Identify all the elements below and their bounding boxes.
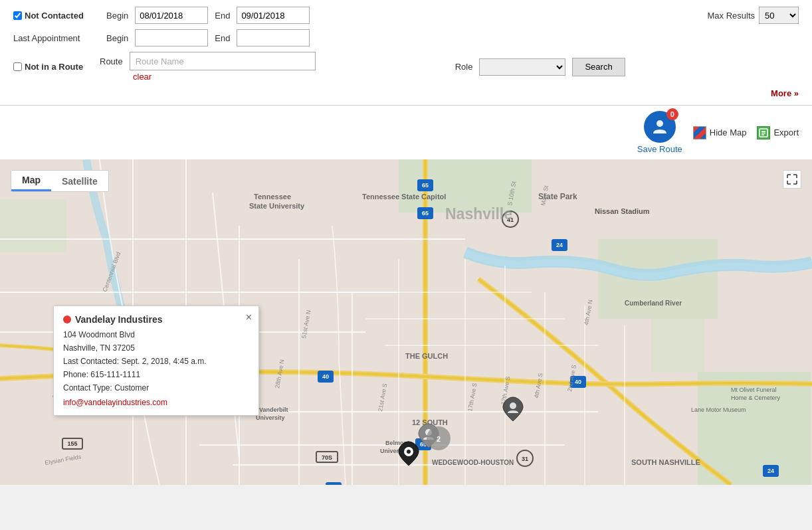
address-line-2: Nashville, TN 37205: [63, 342, 237, 354]
export-label: Export: [773, 128, 799, 137]
svg-text:THE GULCH: THE GULCH: [405, 352, 448, 360]
svg-text:155: 155: [67, 440, 77, 447]
svg-text:31: 31: [522, 456, 528, 462]
role-select[interactable]: [479, 58, 565, 76]
map-button[interactable]: Map: [11, 171, 51, 191]
svg-text:Nissan Stadium: Nissan Stadium: [595, 207, 650, 215]
end-label-1: End: [215, 11, 230, 21]
map-type-control: Map Satellite: [11, 170, 109, 192]
filter-row-3: Not in a Route Route clear Role Search: [13, 52, 799, 82]
svg-text:24: 24: [556, 242, 563, 248]
info-popup-close[interactable]: ×: [246, 311, 252, 323]
save-route-label: Save Route: [637, 144, 682, 154]
top-panel: Not Contacted Begin End Max Results 10 2…: [0, 0, 812, 106]
email-link[interactable]: info@vandelayindustries.com: [63, 398, 237, 407]
svg-text:Vanderbilt: Vanderbilt: [259, 406, 288, 413]
route-label: Route: [100, 56, 123, 66]
svg-text:Cumberland River: Cumberland River: [625, 300, 682, 307]
svg-text:40: 40: [322, 373, 329, 380]
address-line-1: 104 Woodmont Blvd: [63, 329, 237, 341]
last-contacted: Last Contacted: Sept. 2, 2018, 4:45 a.m.: [63, 355, 237, 367]
svg-text:Mt Olivet Funeral: Mt Olivet Funeral: [731, 387, 777, 393]
svg-text:WEDGEWOOD-HOUSTON: WEDGEWOOD-HOUSTON: [432, 459, 514, 466]
svg-text:SOUTH NASHVILLE: SOUTH NASHVILLE: [631, 458, 700, 466]
filter-row-1: Not Contacted Begin End Max Results 10 2…: [13, 7, 799, 24]
svg-text:Tennessee: Tennessee: [254, 193, 291, 201]
more-link[interactable]: More »: [771, 88, 799, 98]
last-appt-begin-input[interactable]: [135, 29, 208, 46]
not-in-route-checkbox[interactable]: [13, 62, 22, 71]
route-row: Route: [100, 52, 316, 70]
not-contacted-label[interactable]: Not Contacted: [13, 11, 100, 21]
map-toolbar: 0 Save Route Hide Map Export: [0, 106, 812, 159]
contact-type: Contact Type: Customer: [63, 382, 237, 394]
hide-map-label: Hide Map: [710, 128, 747, 137]
svg-text:Tennessee State Capitol: Tennessee State Capitol: [362, 193, 446, 201]
end-date-input[interactable]: [237, 7, 310, 24]
svg-text:65: 65: [422, 182, 429, 189]
svg-rect-11: [651, 319, 704, 372]
svg-text:70S: 70S: [322, 454, 332, 461]
hide-map-button[interactable]: Hide Map: [693, 126, 747, 139]
svg-point-97: [407, 450, 411, 454]
last-appt-end-input[interactable]: [237, 29, 310, 46]
svg-text:65: 65: [422, 210, 429, 217]
svg-text:2: 2: [437, 435, 441, 443]
max-results-label: Max Results: [707, 11, 755, 21]
company-name: Vandelay Industires: [75, 314, 163, 325]
info-popup-title: Vandelay Industires: [63, 314, 237, 325]
clear-link[interactable]: clear: [133, 72, 152, 82]
svg-text:State University: State University: [249, 202, 305, 210]
export-icon: [757, 126, 770, 139]
export-button[interactable]: Export: [757, 126, 799, 139]
svg-point-105: [510, 402, 516, 409]
map-icon: [693, 126, 706, 139]
expand-control[interactable]: [783, 170, 801, 189]
more-link-row: More »: [13, 87, 799, 101]
begin-label-1: Begin: [106, 11, 128, 21]
begin-label-2: Begin: [106, 33, 128, 43]
not-in-route-label[interactable]: Not in a Route: [13, 62, 93, 72]
not-contacted-checkbox[interactable]: [13, 11, 22, 20]
expand-icon: [787, 174, 797, 185]
svg-text:Nashville: Nashville: [445, 205, 512, 222]
svg-rect-10: [0, 199, 66, 252]
satellite-button[interactable]: Satellite: [51, 171, 108, 191]
end-label-2: End: [215, 33, 230, 43]
route-section: Route clear: [100, 52, 316, 82]
svg-text:24: 24: [767, 468, 774, 474]
map-background: 65 65 65 40 40 40 24 24 70 41: [0, 159, 812, 485]
last-appointment-label: Last Appointment: [13, 33, 100, 43]
info-popup: × Vandelay Industires 104 Woodmont Blvd …: [53, 306, 259, 416]
info-dot: [63, 315, 71, 323]
search-button[interactable]: Search: [572, 58, 625, 76]
save-route-button[interactable]: 0 Save Route: [637, 111, 682, 154]
svg-text:40: 40: [575, 379, 581, 385]
svg-text:University: University: [256, 414, 285, 421]
max-results-select[interactable]: 10 25 50 100 200: [759, 7, 799, 24]
svg-text:Home & Cemetery: Home & Cemetery: [731, 395, 781, 401]
map-container[interactable]: 65 65 65 40 40 40 24 24 70 41: [0, 159, 812, 485]
role-label: Role: [455, 62, 473, 72]
svg-point-0: [657, 120, 663, 127]
svg-text:Lane Motor Museum: Lane Motor Museum: [691, 406, 746, 413]
route-name-input[interactable]: [130, 52, 316, 70]
begin-date-input[interactable]: [135, 7, 208, 24]
save-route-icon: 0: [644, 111, 676, 143]
phone: Phone: 615-111-1111: [63, 369, 237, 381]
filter-row-2: Last Appointment Begin End: [13, 29, 799, 46]
save-route-badge: 0: [666, 108, 678, 120]
